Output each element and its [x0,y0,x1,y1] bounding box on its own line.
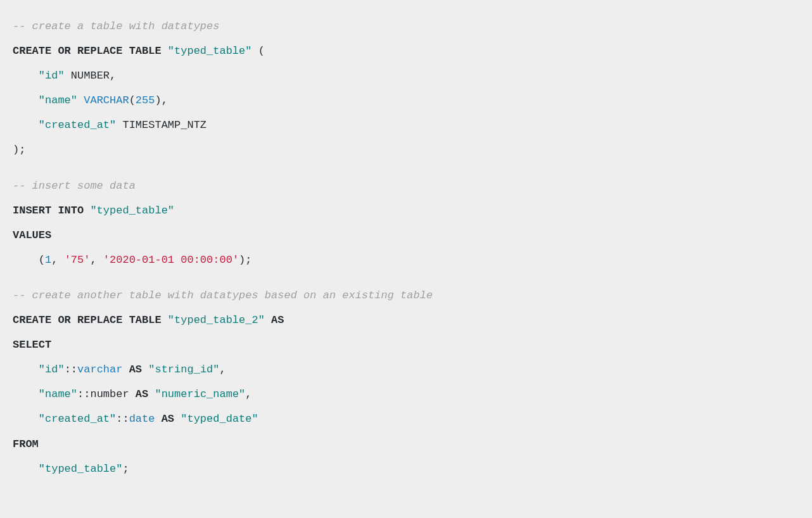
code-token-plain [13,463,39,475]
code-token-string: "typed_date" [181,413,258,425]
code-token-plain: ( [129,94,136,106]
code-token-comment: -- insert some data [13,180,136,192]
code-token-string: "id" [39,363,65,376]
code-token-string: "name" [39,94,77,106]
code-token-string: "name" [39,388,77,400]
code-token-keyword: AS [162,413,174,425]
code-token-string: "typed_table_2" [168,314,265,326]
code-token-plain: ; [122,463,129,475]
code-token-plain [13,413,39,425]
code-token-plain: , [219,363,225,376]
code-line: "created_at" TIMESTAMP_NTZ [13,113,799,137]
code-line: -- create another table with datatypes b… [13,283,799,308]
code-line: "name" VARCHAR(255), [13,88,799,113]
code-line: "id" NUMBER, [13,63,799,88]
code-token-keyword: AS [136,388,148,400]
code-line: "typed_table"; [13,457,799,481]
code-line [13,163,799,174]
code-token-keyword: AS [271,314,284,326]
code-line: ); [13,137,799,162]
sql-code-block: -- create a table with datatypesCREATE O… [13,14,799,481]
code-token-string: "numeric_name" [155,388,245,400]
code-token-string: "created_at" [39,413,116,425]
code-token-string: "id" [39,70,65,82]
code-token-plain: ( [13,254,45,266]
code-token-plain: , [90,254,103,266]
code-line: -- insert some data [13,174,799,198]
code-token-plain [155,413,161,425]
code-line: "id"::varchar AS "string_id", [13,357,799,382]
code-token-plain [13,94,39,106]
code-token-plain [77,94,84,106]
code-line: SELECT [13,332,799,357]
code-token-keyword: AS [129,363,142,376]
code-token-plain: ); [239,254,251,266]
code-token-keyword: FROM [13,438,39,450]
code-token-type: varchar [77,363,122,376]
code-token-string: "created_at" [39,119,116,131]
code-line: "name"::number AS "numeric_name", [13,382,799,407]
code-token-keyword: INSERT INTO [13,205,84,217]
code-token-plain: ::number [77,388,136,400]
code-token-plain [122,363,129,376]
code-line: FROM [13,432,799,457]
code-token-plain: ), [155,94,167,106]
code-token-plain [13,388,39,400]
code-token-keyword: SELECT [13,339,51,351]
code-token-plain [174,413,181,425]
code-token-literal: '2020-01-01 00:00:00' [103,254,239,266]
code-token-plain [13,363,39,376]
code-token-keyword: CREATE OR REPLACE TABLE [13,45,162,57]
code-line: "created_at"::date AS "typed_date" [13,407,799,431]
code-line: (1, '75', '2020-01-01 00:00:00'); [13,248,799,272]
code-token-plain: :: [116,413,129,425]
code-token-plain: ( [251,45,264,57]
code-token-string: "typed_table" [90,205,174,217]
code-token-plain: NUMBER, [65,70,117,82]
code-token-type: date [129,413,155,425]
code-token-plain [162,314,168,326]
code-token-number: 255 [136,94,155,106]
code-token-plain [13,70,39,82]
code-token-comment: -- create a table with datatypes [13,20,219,32]
code-token-plain [148,388,155,400]
code-token-keyword: CREATE OR REPLACE TABLE [13,314,162,326]
code-token-plain: , [245,388,251,400]
code-token-string: "string_id" [148,363,219,376]
code-token-plain [265,314,271,326]
code-token-plain [84,205,90,217]
code-token-plain [142,363,148,376]
code-line [13,272,799,283]
code-line: -- create a table with datatypes [13,14,799,39]
code-token-comment: -- create another table with datatypes b… [13,289,433,301]
code-token-plain [162,45,168,57]
code-token-plain [13,119,39,131]
code-token-literal: '75' [65,254,91,266]
code-token-number: 1 [45,254,51,266]
code-token-plain: TIMESTAMP_NTZ [116,119,206,131]
code-token-keyword: VALUES [13,229,51,241]
code-line: INSERT INTO "typed_table" [13,198,799,223]
code-line: CREATE OR REPLACE TABLE "typed_table" ( [13,39,799,63]
code-token-plain: :: [65,363,77,376]
code-token-string: "typed_table" [39,463,123,475]
code-token-plain: ); [13,144,25,156]
code-line: VALUES [13,223,799,248]
code-token-plain: , [51,254,64,266]
code-line: CREATE OR REPLACE TABLE "typed_table_2" … [13,308,799,332]
code-token-type: VARCHAR [84,94,129,106]
code-token-string: "typed_table" [168,45,252,57]
